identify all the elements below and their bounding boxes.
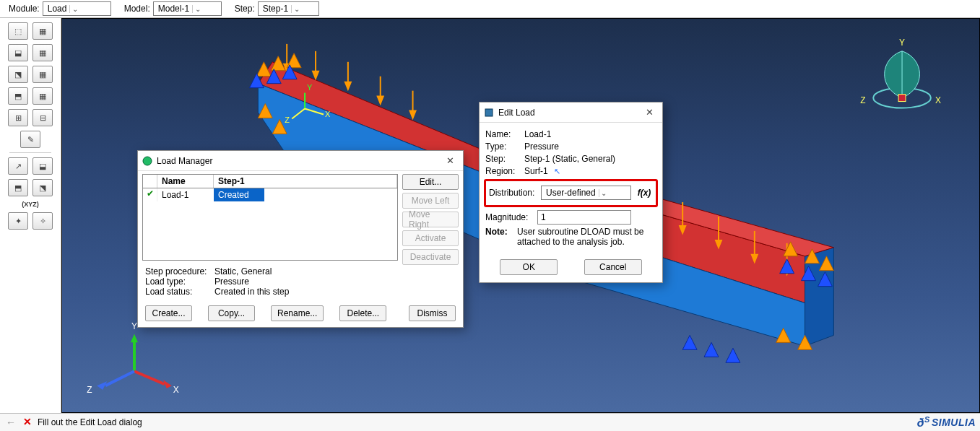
svg-marker-13	[378, 97, 383, 104]
note-text: User subroutine DLOAD must be attached t…	[517, 227, 656, 247]
model-value: Model-1	[158, 4, 189, 14]
dialog-title: Edit Load	[498, 108, 636, 118]
close-icon[interactable]: ✕	[441, 155, 459, 166]
workspace: ⬚▦ ⬓▦ ⬔▦ ⬒▦ ⊞⊟ ✎ ↗⬓ ⬒⬔ (XYZ) ✦✧	[0, 18, 980, 413]
brand-logo: ðS SIMULIA	[917, 415, 976, 430]
name-value: Load-1	[524, 129, 551, 139]
dialog-title: Load Manager	[157, 156, 437, 166]
close-icon[interactable]: ✕	[641, 107, 658, 118]
svg-marker-44	[682, 335, 697, 349]
module-value: Load	[48, 4, 67, 14]
module-label: Module:	[9, 4, 40, 14]
svg-marker-11	[345, 82, 351, 90]
fx-button[interactable]: f(x)	[636, 188, 653, 198]
svg-point-62	[143, 157, 152, 165]
tool-btn[interactable]: ✦	[8, 212, 28, 230]
back-icon[interactable]: ←	[4, 417, 17, 428]
status-bar: ← ✕ Fill out the Edit Load dialog ðS SIM…	[0, 413, 980, 431]
chevron-down-icon: ⌄	[599, 189, 609, 197]
tool-btn[interactable]: ▦	[32, 66, 53, 83]
step-label: Step:	[235, 4, 255, 14]
compass-y: Y	[899, 38, 905, 48]
load-manager-dialog: Load Manager ✕ Name Step-1 ✔ Load-1 Crea…	[137, 150, 464, 328]
table-row[interactable]: ✔ Load-1 Created	[143, 188, 397, 201]
edit-load-dialog: Edit Load ✕ Name:Load-1 Type:Pressure St…	[479, 102, 663, 283]
viewport-3d[interactable]: Y X Z Y X Z Y	[61, 18, 980, 413]
svg-rect-61	[898, 95, 906, 102]
distribution-highlight: Distribution: User-defined ⌄ f(x)	[484, 179, 658, 207]
tool-btn[interactable]: ▦	[32, 22, 53, 40]
tool-btn[interactable]: ⬔	[8, 66, 28, 83]
tool-btn[interactable]: ⬒	[8, 179, 28, 196]
tool-btn[interactable]: ✧	[32, 212, 53, 230]
load-info: Step procedure:Static, General Load type…	[138, 265, 463, 301]
distribution-value: User-defined	[546, 188, 596, 198]
tool-btn[interactable]: ⬓	[32, 157, 53, 175]
tool-btn[interactable]: ⊟	[32, 109, 53, 126]
svg-text:Z: Z	[285, 116, 290, 124]
deactivate-button: Deactivate	[402, 249, 459, 265]
copy-button[interactable]: Copy...	[208, 305, 255, 321]
move-right-button: Move Right	[402, 212, 459, 227]
tool-btn[interactable]: ▦	[32, 87, 53, 105]
svg-line-57	[105, 371, 134, 386]
type-value: Pressure	[524, 142, 559, 152]
tool-btn[interactable]: ⬚	[8, 22, 28, 40]
dismiss-button[interactable]: Dismiss	[409, 305, 456, 321]
edit-button[interactable]: Edit...	[402, 174, 459, 190]
triad-z: Z	[87, 385, 92, 395]
model-combo[interactable]: Model-1 ⌄	[153, 1, 222, 16]
xyz-label: (XYZ)	[22, 201, 39, 208]
distribution-combo[interactable]: User-defined ⌄	[541, 186, 631, 200]
view-compass: Y X Z	[860, 38, 941, 108]
svg-marker-9	[313, 71, 318, 79]
col-step: Step-1	[214, 175, 397, 188]
cancel-icon[interactable]: ✕	[22, 417, 33, 428]
ok-button[interactable]: OK	[500, 259, 558, 275]
cancel-button[interactable]: Cancel	[584, 259, 642, 275]
triad-y: Y	[131, 321, 137, 331]
step-value: Step-1 (Static, General)	[524, 154, 615, 164]
module-combo[interactable]: Load ⌄	[43, 1, 111, 16]
svg-marker-58	[97, 381, 107, 390]
region-value: Surf-1	[524, 166, 548, 176]
context-bar: Module: Load ⌄ Model: Model-1 ⌄ Step: St…	[0, 0, 980, 18]
status-message: Fill out the Edit Load dialog	[38, 417, 142, 427]
pick-region-icon[interactable]: ↖	[554, 167, 560, 176]
compass-x: X	[935, 95, 941, 105]
triad-x: X	[173, 385, 179, 395]
tool-btn[interactable]: ▦	[32, 44, 53, 61]
svg-text:X: X	[325, 110, 331, 118]
move-left-button: Move Left	[402, 193, 459, 209]
rename-button[interactable]: Rename...	[271, 305, 324, 321]
magnitude-input[interactable]	[537, 210, 631, 225]
svg-marker-54	[131, 334, 138, 342]
svg-rect-63	[485, 109, 493, 116]
tool-btn[interactable]: ✎	[20, 131, 40, 148]
dialog-titlebar[interactable]: Load Manager ✕	[138, 151, 463, 171]
dialog-titlebar[interactable]: Edit Load ✕	[480, 103, 662, 123]
delete-button[interactable]: Delete...	[339, 305, 386, 321]
chevron-down-icon: ⌄	[192, 5, 202, 13]
cell-step: Created	[214, 188, 264, 201]
check-icon: ✔	[143, 188, 157, 201]
tool-btn[interactable]: ⬓	[8, 44, 28, 61]
chevron-down-icon: ⌄	[69, 5, 79, 13]
tool-column: ⬚▦ ⬓▦ ⬔▦ ⬒▦ ⊞⊟ ✎ ↗⬓ ⬒⬔ (XYZ) ✦✧	[0, 18, 61, 413]
tool-btn[interactable]: ⬒	[8, 87, 28, 105]
tool-btn[interactable]: ↗	[8, 157, 28, 175]
step-combo[interactable]: Step-1 ⌄	[258, 1, 319, 16]
svg-marker-15	[410, 111, 416, 118]
svg-line-55	[134, 371, 165, 384]
app-icon	[142, 156, 152, 166]
svg-marker-46	[726, 348, 740, 362]
step-value: Step-1	[263, 4, 288, 14]
compass-z: Z	[860, 95, 865, 105]
tool-btn[interactable]: ⬔	[32, 179, 53, 196]
load-table[interactable]: Name Step-1 ✔ Load-1 Created	[142, 174, 398, 261]
cell-name: Load-1	[157, 188, 214, 201]
app-icon	[484, 108, 494, 118]
model-label: Model:	[124, 4, 150, 14]
tool-btn[interactable]: ⊞	[8, 109, 28, 126]
create-button[interactable]: Create...	[145, 305, 192, 321]
